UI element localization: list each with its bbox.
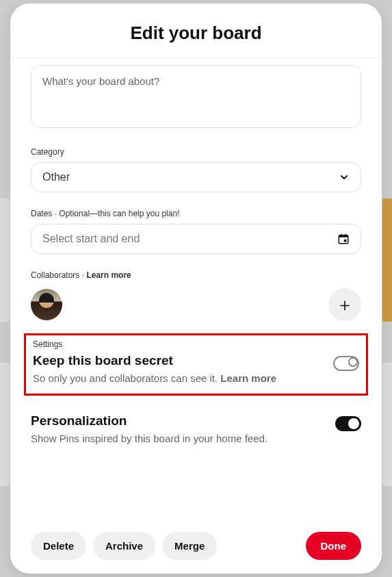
category-select[interactable]: Other <box>31 162 361 192</box>
modal-header: Edit your board <box>10 3 382 58</box>
date-placeholder: Select start and end <box>42 233 140 245</box>
delete-button[interactable]: Delete <box>31 532 86 560</box>
edit-board-modal: Edit your board Category Other Dates · O… <box>10 3 382 574</box>
archive-button[interactable]: Archive <box>93 532 155 560</box>
dates-label: Dates · Optional—this can help you plan! <box>31 209 361 218</box>
add-collaborator-button[interactable]: ＋ <box>328 288 361 321</box>
modal-scroll-area[interactable]: Category Other Dates · Optional—this can… <box>10 58 382 520</box>
merge-button[interactable]: Merge <box>162 532 217 560</box>
secret-board-setting: Keep this board secret So only you and c… <box>33 353 359 385</box>
done-button[interactable]: Done <box>306 532 362 560</box>
personalization-setting: Personalization Show Pins inspired by th… <box>31 413 361 446</box>
personalization-desc: Show Pins inspired by this board in your… <box>31 431 267 446</box>
chevron-down-icon <box>339 172 350 183</box>
date-range-input[interactable]: Select start and end <box>31 224 361 254</box>
svg-rect-3 <box>345 234 346 237</box>
collaborators-label: Collaborators · Learn more <box>31 270 361 280</box>
secret-desc: So only you and collaborators can see it… <box>33 371 276 385</box>
modal-title: Edit your board <box>21 23 371 44</box>
personalization-toggle[interactable] <box>335 416 361 431</box>
svg-rect-2 <box>341 234 342 237</box>
svg-rect-1 <box>339 235 348 238</box>
category-label: Category <box>31 147 361 157</box>
settings-highlight: Settings Keep this board secret So only … <box>24 333 368 396</box>
plus-icon: ＋ <box>336 296 354 313</box>
collaborators-row: ＋ <box>31 288 361 321</box>
description-input[interactable] <box>31 65 361 128</box>
modal-footer: Delete Archive Merge Done <box>10 520 382 574</box>
secret-toggle[interactable] <box>333 356 359 371</box>
svg-rect-4 <box>344 240 347 242</box>
category-value: Other <box>42 171 70 183</box>
secret-title: Keep this board secret <box>33 353 276 368</box>
calendar-icon <box>337 233 350 245</box>
settings-label: Settings <box>33 339 359 349</box>
secret-learn-more-link[interactable]: Learn more <box>220 372 276 384</box>
personalization-title: Personalization <box>31 413 267 428</box>
collaborator-avatar[interactable] <box>31 289 62 320</box>
collaborators-learn-more-link[interactable]: Learn more <box>86 270 131 280</box>
